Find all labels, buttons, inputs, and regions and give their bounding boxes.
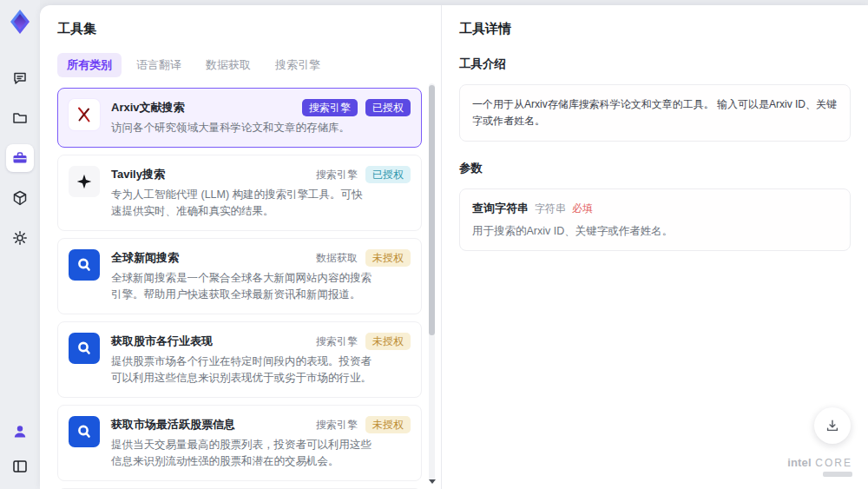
category-badge: 搜索引擎 — [316, 166, 358, 183]
param-required-flag: 必填 — [572, 202, 593, 216]
category-badge: 数据获取 — [316, 249, 358, 267]
collapse-panel-icon[interactable] — [6, 453, 34, 480]
auth-status-badge: 已授权 — [365, 99, 411, 116]
nav-toolbox-icon[interactable] — [6, 144, 34, 172]
nav-folder-icon[interactable] — [6, 104, 34, 132]
tool-title: 获取市场最活跃股票信息 — [111, 416, 235, 433]
tools-panel: 工具集 所有类别 语言翻译 数据获取 搜索引擎 Arxiv文献搜索 — [40, 5, 442, 489]
tool-description: 访问各个研究领域大量科学论文和文章的存储库。 — [111, 120, 373, 136]
list-scrollbar[interactable] — [429, 83, 435, 482]
auth-status-badge: 未授权 — [365, 333, 411, 350]
intel-core-logo: intel CORE — [787, 455, 852, 477]
tool-intro-box: 一个用于从Arxiv存储库搜索科学论文和文章的工具。 输入可以是Arxiv ID… — [459, 84, 851, 142]
nav-chat-icon[interactable] — [6, 64, 34, 92]
scrollbar-thumb[interactable] — [429, 85, 435, 335]
tool-title: 全球新闻搜索 — [111, 249, 179, 266]
sparkle-icon — [69, 166, 100, 197]
tab-all-categories[interactable]: 所有类别 — [57, 53, 122, 77]
parameter-box: 查询字符串 字符串 必填 用于搜索的Arxiv ID、关键字或作者姓名。 — [459, 188, 851, 251]
blue-search-app-icon — [69, 249, 100, 281]
tool-item-stock-sector[interactable]: 获取股市各行业表现 搜索引擎 未授权 提供股票市场各个行业在特定时间段内的表现。… — [57, 321, 422, 398]
app-logo-gem-icon — [8, 9, 32, 35]
left-rail — [0, 0, 40, 489]
param-name: 查询字符串 — [472, 201, 529, 216]
tool-item-tavily[interactable]: Tavily搜索 搜索引擎 已授权 专为人工智能代理 (LLM) 构建的搜索引擎… — [57, 155, 422, 231]
tool-title: 获取股市各行业表现 — [111, 333, 213, 349]
main-card: 工具集 所有类别 语言翻译 数据获取 搜索引擎 Arxiv文献搜索 — [40, 5, 868, 489]
details-title: 工具详情 — [459, 21, 851, 37]
user-avatar-icon[interactable] — [6, 418, 34, 446]
brand-sub-mark — [823, 472, 852, 477]
category-tabs: 所有类别 语言翻译 数据获取 搜索引擎 — [57, 53, 441, 77]
category-badge: 搜索引擎 — [316, 333, 358, 350]
tab-data-fetch[interactable]: 数据获取 — [196, 53, 260, 77]
page-title: 工具集 — [57, 21, 441, 37]
params-heading: 参数 — [459, 161, 851, 176]
tool-list: Arxiv文献搜索 搜索引擎 已授权 访问各个研究领域大量科学论文和文章的存储库… — [57, 88, 441, 489]
auth-status-badge: 未授权 — [365, 416, 411, 433]
category-badge: 搜索引擎 — [316, 416, 358, 433]
tool-details-panel: 工具详情 工具介绍 一个用于从Arxiv存储库搜索科学论文和文章的工具。 输入可… — [442, 5, 868, 489]
tab-language-translation[interactable]: 语言翻译 — [127, 53, 191, 77]
nav-settings-icon[interactable] — [6, 224, 34, 252]
auth-status-badge: 已授权 — [365, 166, 411, 183]
tool-description: 专为人工智能代理 (LLM) 构建的搜索引擎工具。可快速提供实时、准确和真实的结… — [111, 187, 373, 220]
param-type: 字符串 — [535, 202, 566, 216]
tool-description: 全球新闻搜索是一个聚合全球各大新闻网站内容的搜索引擎。帮助用户快速获取全球最新资… — [111, 270, 373, 303]
tool-description: 提供股票市场各个行业在特定时间段内的表现。投资者可以利用这些信息来识别表现优于或… — [111, 354, 373, 387]
core-wordmark: CORE — [815, 457, 852, 469]
intro-heading: 工具介绍 — [459, 56, 851, 72]
param-description: 用于搜索的Arxiv ID、关键字或作者姓名。 — [472, 224, 838, 239]
tool-item-active-stocks[interactable]: 获取市场最活跃股票信息 搜索引擎 未授权 提供当天交易量最高的股票列表，投资者可… — [57, 405, 422, 481]
scroll-down-arrow-icon[interactable] — [429, 479, 436, 484]
tool-item-global-news[interactable]: 全球新闻搜索 数据获取 未授权 全球新闻搜索是一个聚合全球各大新闻网站内容的搜索… — [57, 238, 422, 314]
intel-wordmark: intel — [787, 456, 812, 469]
blue-search-app-icon — [69, 333, 100, 364]
arxiv-icon — [69, 99, 100, 130]
blue-search-app-icon — [69, 416, 100, 447]
tool-title: Arxiv文献搜索 — [111, 99, 185, 116]
download-button[interactable] — [814, 407, 851, 444]
tab-search-engine[interactable]: 搜索引擎 — [266, 53, 330, 77]
nav-cube-icon[interactable] — [6, 184, 34, 212]
category-badge: 搜索引擎 — [302, 99, 358, 116]
auth-status-badge: 未授权 — [365, 249, 411, 267]
tool-item-arxiv[interactable]: Arxiv文献搜索 搜索引擎 已授权 访问各个研究领域大量科学论文和文章的存储库… — [57, 88, 422, 148]
tool-title: Tavily搜索 — [111, 166, 165, 182]
tool-description: 提供当天交易量最高的股票列表，投资者可以利用这些信息来识别流动性强的股票和潜在的… — [111, 437, 373, 470]
